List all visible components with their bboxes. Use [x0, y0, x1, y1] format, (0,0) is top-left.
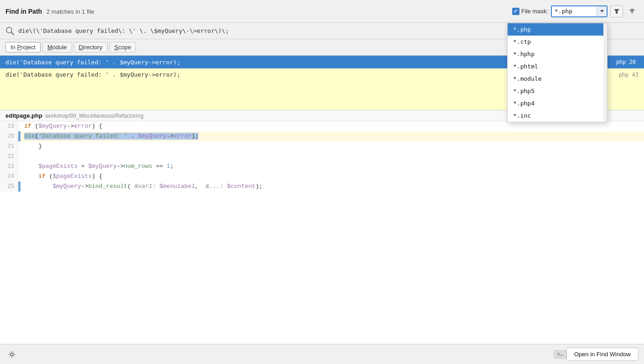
find-in-path-title: Find in Path 2 matches in 1 file — [5, 8, 94, 15]
code-line: 25 $myQuery->bind_result( &var1: $menula… — [0, 182, 644, 192]
line-number: 21 — [0, 141, 18, 151]
code-editor[interactable]: 19 if ($myQuery->error) { 20 die('Databa… — [0, 121, 644, 344]
dropdown-item-ctp[interactable]: *.ctp — [508, 36, 607, 48]
settings-button[interactable] — [5, 348, 18, 361]
line-number: 22 — [0, 151, 18, 161]
shortcut-kbd: ⌘↵ — [554, 350, 566, 359]
result-text: die('Database query failed: ' . $myQuery… — [5, 71, 181, 78]
line-code: } — [21, 141, 644, 151]
dropdown-item-php[interactable]: *.php — [508, 23, 607, 36]
result-line-label-active: php 20 — [613, 58, 639, 66]
svg-point-4 — [10, 353, 13, 356]
line-code: $pageExists = $myQuery->num_rows == 1; — [21, 161, 644, 172]
match-count: 2 matches in 1 file — [47, 8, 94, 15]
bottom-bar: ⌘↵ Open in Find Window — [0, 344, 644, 364]
filter-icon — [613, 8, 620, 15]
file-mask-checkbox-wrapper: File mask: — [512, 8, 548, 15]
shortcut-label: ⌘↵ — [554, 350, 566, 359]
breadcrumb-filename: editpage.php — [5, 112, 42, 119]
code-line: 21 } — [0, 141, 644, 151]
line-number: 19 — [0, 121, 18, 131]
settings-icon — [7, 350, 16, 359]
file-mask-dropdown-button[interactable] — [597, 5, 608, 17]
line-number: 20 — [0, 131, 18, 141]
code-line: 20 die('Database query failed: ' . $myQu… — [0, 131, 644, 141]
svg-line-3 — [11, 32, 14, 35]
code-line: 22 — [0, 151, 644, 161]
tab-directory[interactable]: Directory — [74, 42, 108, 52]
line-code — [21, 151, 644, 161]
title-text: Find in Path — [5, 8, 42, 15]
tab-scope[interactable]: Scope — [109, 42, 136, 52]
file-mask-input[interactable] — [551, 5, 597, 17]
tab-in-project[interactable]: In Project — [5, 42, 41, 52]
result-text: die('Database query failed: ' . $myQuery… — [5, 59, 181, 66]
dropdown-item-hphp[interactable]: *.hphp — [508, 48, 607, 60]
dropdown-item-inc[interactable]: *.inc — [508, 109, 607, 122]
search-icon — [5, 26, 15, 36]
line-number: 24 — [0, 172, 18, 182]
pin-button[interactable] — [626, 5, 639, 17]
line-code: die('Database query failed: ' . $myQuery… — [21, 131, 644, 141]
code-line: 19 if ($myQuery->error) { — [0, 121, 644, 131]
find-in-path-bar: Find in Path 2 matches in 1 file File ma… — [0, 0, 644, 23]
result-line-label-inactive: php 43 — [619, 72, 639, 78]
dropdown-item-module[interactable]: *.module — [508, 73, 607, 85]
line-number: 25 — [0, 182, 18, 192]
file-mask-input-wrapper — [551, 5, 608, 17]
dropdown-item-php5[interactable]: *.php5 — [508, 85, 607, 97]
chevron-down-icon — [600, 10, 604, 12]
svg-marker-0 — [614, 9, 619, 14]
line-code: $myQuery->bind_result( &var1: $menulabel… — [21, 182, 644, 192]
dropdown-item-php4[interactable]: *.php4 — [508, 97, 607, 109]
code-line: 23 $pageExists = $myQuery->num_rows == 1… — [0, 161, 644, 172]
open-in-find-window-button[interactable]: Open in Find Window — [566, 348, 639, 361]
file-mask-checkbox[interactable] — [512, 8, 519, 15]
pin-icon — [629, 8, 635, 15]
file-mask-row: File mask: — [512, 5, 639, 17]
line-number: 23 — [0, 161, 18, 172]
filter-button[interactable] — [610, 5, 623, 17]
tab-module[interactable]: Module — [42, 42, 72, 52]
breadcrumb-path: workshop/99_Miscellaneous/Refactoring — [45, 113, 143, 119]
code-line: 24 if ($pageExists) { — [0, 172, 644, 182]
file-mask-dropdown: *.php *.ctp *.hphp *.phtml *.module *.ph… — [507, 23, 608, 122]
dropdown-scrollbar[interactable] — [603, 23, 607, 122]
line-code: if ($pageExists) { — [21, 172, 644, 182]
svg-point-2 — [6, 27, 12, 33]
line-code: if ($myQuery->error) { — [21, 121, 644, 131]
code-pane: editpage.php workshop/99_Miscellaneous/R… — [0, 110, 644, 344]
dropdown-item-phtml[interactable]: *.phtml — [508, 60, 607, 73]
main-container: Find in Path 2 matches in 1 file File ma… — [0, 0, 644, 364]
file-mask-label: File mask: — [521, 8, 548, 15]
